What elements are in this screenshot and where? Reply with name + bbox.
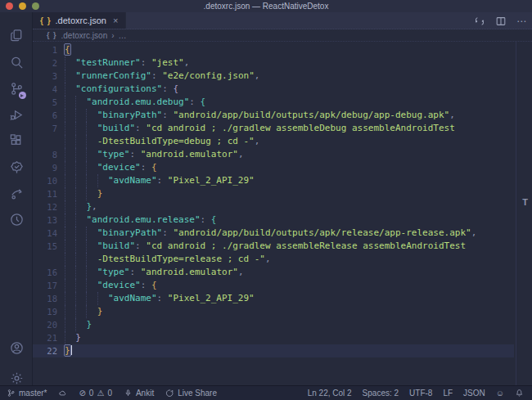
code-row[interactable]: 16"type": "android.emulator", (33, 266, 532, 279)
sidebar-item-run-debug[interactable] (0, 102, 33, 127)
line-number[interactable]: 7 (33, 122, 57, 135)
code-row[interactable]: 10"avdName": "Pixel_2_API_29" (33, 174, 532, 187)
bell-icon[interactable] (515, 389, 524, 398)
code-line[interactable]: } (57, 305, 532, 318)
breadcrumb-file[interactable]: .detoxrc.json (61, 31, 108, 40)
line-number[interactable]: 4 (33, 83, 57, 96)
breadcrumb[interactable]: { } .detoxrc.json › … (33, 29, 532, 42)
code-row[interactable]: 14"binaryPath": "android/app/build/outpu… (33, 227, 532, 240)
code-line[interactable]: "configurations": { (57, 83, 532, 96)
code-row[interactable]: 9"device": { (33, 161, 532, 174)
code-row[interactable]: 3"runnerConfig": "e2e/config.json", (33, 70, 532, 83)
code-line[interactable]: "binaryPath": "android/app/build/outputs… (57, 109, 532, 122)
code-row[interactable]: 22} (33, 344, 514, 357)
sidebar-item-extensions[interactable] (0, 128, 33, 153)
close-tab-icon[interactable]: × (113, 16, 118, 25)
sidebar-item-source-control[interactable] (0, 76, 33, 101)
code-line[interactable]: { (57, 43, 532, 56)
problems-indicator[interactable]: ⊘ 0 ⚠ 0 (79, 389, 111, 398)
breadcrumb-more[interactable]: … (119, 31, 127, 40)
code-row[interactable]: 6"binaryPath": "android/app/build/output… (33, 109, 532, 122)
line-number[interactable]: 16 (33, 266, 57, 279)
zoom-window-button[interactable] (32, 2, 39, 10)
code-line[interactable]: "build": "cd android ; ./gradlew assembl… (57, 122, 532, 135)
line-number[interactable]: 3 (33, 70, 57, 83)
sync-button[interactable] (58, 389, 67, 398)
sidebar-item-approval[interactable] (0, 155, 33, 179)
sidebar-item-explorer[interactable] (0, 23, 33, 47)
split-editor-icon[interactable] (495, 16, 507, 27)
code-line[interactable]: } (57, 344, 514, 357)
code-line[interactable]: "binaryPath": "android/app/build/outputs… (57, 227, 532, 240)
code-line[interactable]: -DtestBuildType=debug ; cd -", (57, 135, 532, 148)
sidebar-item-live-share-feed[interactable] (0, 181, 33, 205)
line-number[interactable]: 12 (33, 200, 57, 213)
code-line[interactable]: "avdName": "Pixel_2_API_29" (57, 292, 532, 305)
line-number[interactable]: 6 (33, 109, 57, 122)
line-number[interactable] (33, 135, 57, 148)
line-number[interactable]: 17 (33, 279, 57, 292)
code-line[interactable]: } (57, 187, 532, 200)
line-number[interactable]: 19 (33, 305, 57, 318)
code-row[interactable]: 20} (33, 318, 532, 331)
line-number[interactable]: 8 (33, 148, 57, 161)
code-line[interactable]: "android.emu.release": { (57, 213, 532, 227)
code-line[interactable]: "testRunner": "jest", (57, 56, 532, 70)
code-row[interactable]: -DtestBuildType=release ; cd -", (33, 253, 532, 266)
code-line[interactable]: } (57, 331, 532, 344)
line-number[interactable]: 2 (33, 56, 57, 70)
code-row[interactable]: 17"device": { (33, 279, 532, 292)
language-mode[interactable]: JSON (463, 389, 485, 398)
tab-detoxrc-json[interactable]: { } .detoxrc.json × (33, 12, 126, 29)
code-line[interactable]: "type": "android.emulator", (57, 266, 532, 279)
code-row[interactable]: 15"build": "cd android ; ./gradlew assem… (33, 240, 532, 253)
code-line[interactable]: "device": { (57, 161, 532, 174)
line-number[interactable]: 18 (33, 292, 57, 305)
line-number[interactable]: 1 (33, 43, 57, 56)
code-row[interactable]: 7"build": "cd android ; ./gradlew assemb… (33, 122, 532, 135)
code-editor[interactable]: 1{2"testRunner": "jest",3"runnerConfig":… (33, 42, 532, 385)
line-number[interactable]: 14 (33, 227, 57, 240)
overview-ruler[interactable]: T (516, 42, 532, 385)
line-number[interactable]: 5 (33, 96, 57, 109)
encoding-indicator[interactable]: UTF-8 (409, 389, 432, 398)
code-row[interactable]: 8"type": "android.emulator", (33, 148, 532, 161)
line-number[interactable] (33, 253, 57, 266)
code-row[interactable]: -DtestBuildType=debug ; cd -", (33, 135, 532, 148)
account-button[interactable] (0, 335, 33, 360)
code-row[interactable]: 19} (33, 305, 532, 318)
line-number[interactable]: 10 (33, 174, 57, 187)
feedback-smiley-icon[interactable]: ☺ (496, 389, 504, 398)
line-number[interactable]: 11 (33, 187, 57, 200)
branch-indicator[interactable]: master* (7, 389, 47, 398)
code-row[interactable]: 18"avdName": "Pixel_2_API_29" (33, 292, 532, 305)
line-number[interactable]: 15 (33, 240, 57, 253)
more-actions-icon[interactable]: ⋯ (516, 16, 527, 27)
line-number[interactable]: 22 (33, 344, 57, 357)
code-line[interactable]: -DtestBuildType=release ; cd -", (57, 253, 532, 266)
sidebar-item-history[interactable] (0, 207, 33, 231)
line-number[interactable]: 20 (33, 318, 57, 331)
code-row[interactable]: 21} (33, 331, 532, 344)
line-number[interactable]: 21 (33, 331, 57, 344)
code-row[interactable]: 2"testRunner": "jest", (33, 56, 532, 70)
code-row[interactable]: 12}, (33, 200, 532, 213)
code-line[interactable]: }, (57, 200, 532, 213)
minimize-window-button[interactable] (19, 2, 26, 10)
code-line[interactable]: } (57, 318, 532, 331)
code-line[interactable]: "avdName": "Pixel_2_API_29" (57, 174, 532, 187)
code-row[interactable]: 4"configurations": { (33, 83, 532, 96)
line-number[interactable]: 13 (33, 213, 57, 227)
live-share-button[interactable]: Live Share (165, 389, 217, 398)
code-line[interactable]: "type": "android.emulator", (57, 148, 532, 161)
code-line[interactable]: "device": { (57, 279, 532, 292)
indentation-indicator[interactable]: Spaces: 2 (363, 389, 399, 398)
code-row[interactable]: 1{ (33, 43, 532, 56)
code-line[interactable]: "build": "cd android ; ./gradlew assembl… (57, 240, 532, 253)
code-line[interactable]: "runnerConfig": "e2e/config.json", (57, 70, 532, 83)
cursor-position[interactable]: Ln 22, Col 2 (308, 389, 352, 398)
open-changes-icon[interactable] (474, 16, 485, 27)
sidebar-item-search[interactable] (0, 50, 33, 74)
user-indicator[interactable]: Ankit (124, 389, 154, 398)
code-row[interactable]: 13"android.emu.release": { (33, 213, 532, 227)
